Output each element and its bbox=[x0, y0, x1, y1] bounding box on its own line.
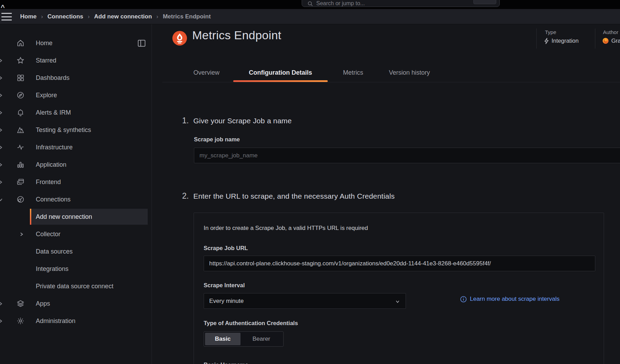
chevron-right-icon bbox=[19, 232, 24, 237]
breadcrumb-bar: Home › Connections › Add new connection … bbox=[0, 9, 620, 24]
main-content: Metrics Endpoint Type Integration Author… bbox=[152, 24, 620, 364]
auth-credentials-panel: In order to create a Scrape Job, a valid… bbox=[194, 213, 604, 364]
page-title: Metrics Endpoint bbox=[192, 28, 281, 42]
dashboards-grid-icon bbox=[16, 74, 25, 82]
sidebar-item-home[interactable]: Home bbox=[0, 34, 152, 52]
tab-overview[interactable]: Overview bbox=[185, 63, 228, 82]
divider bbox=[595, 28, 595, 49]
prometheus-icon bbox=[172, 31, 187, 46]
sidebar-item-application[interactable]: Application bbox=[0, 156, 152, 173]
breadcrumb-home[interactable]: Home bbox=[20, 13, 36, 20]
rings-icon bbox=[16, 195, 25, 204]
selected-item-highlight: Add new connection bbox=[30, 209, 148, 225]
breadcrumb-separator: › bbox=[36, 14, 47, 20]
tab-metrics[interactable]: Metrics bbox=[332, 63, 375, 82]
author-label: Author bbox=[603, 29, 618, 35]
breadcrumb-current-page: Metrics Endpoint bbox=[163, 13, 211, 20]
sidebar-item-data-sources[interactable]: Data sources bbox=[0, 243, 152, 260]
sidebar-item-connections[interactable]: Connections bbox=[0, 191, 152, 208]
sidebar-item-infrastructure[interactable]: Infrastructure bbox=[0, 139, 152, 156]
type-label: Type bbox=[545, 29, 556, 35]
star-icon bbox=[16, 56, 25, 65]
tab-version-history[interactable]: Version history bbox=[378, 63, 441, 82]
selected-accent-bar bbox=[30, 209, 31, 225]
https-required-info: In order to create a Scrape Job, a valid… bbox=[204, 225, 368, 232]
scrape-job-url-input[interactable] bbox=[204, 256, 595, 271]
compass-icon bbox=[16, 91, 25, 99]
sidebar-item-collector[interactable]: Collector bbox=[0, 225, 152, 243]
divider bbox=[536, 28, 537, 49]
breadcrumb-separator: › bbox=[83, 14, 94, 20]
caret-glyph: ^ bbox=[1, 3, 5, 11]
chevron-right-icon bbox=[0, 110, 3, 115]
section1-heading: 1. Give your Scrape Job a name bbox=[182, 116, 292, 125]
grafana-app: ^ Search or jump to... Home › Connection… bbox=[0, 0, 620, 364]
chevron-down-icon bbox=[395, 299, 400, 304]
chevron-right-icon bbox=[0, 58, 3, 63]
menu-icon[interactable] bbox=[1, 13, 12, 20]
scrape-interval-select[interactable]: Every minute bbox=[204, 293, 406, 309]
bar-chart-icon bbox=[16, 160, 25, 169]
sidebar-item-frontend[interactable]: Frontend bbox=[0, 173, 152, 191]
scrape-job-name-label: Scrape job name bbox=[194, 136, 240, 143]
chevron-right-icon bbox=[0, 163, 3, 167]
search-icon bbox=[308, 1, 313, 6]
type-value: Integration bbox=[552, 38, 579, 44]
sidebar-item-starred[interactable]: Starred bbox=[0, 52, 152, 69]
layers-icon bbox=[16, 299, 25, 308]
breadcrumb: Home › Connections › Add new connection … bbox=[20, 13, 211, 20]
home-icon bbox=[16, 39, 25, 47]
browser-windows-icon bbox=[16, 178, 25, 186]
pulse-icon bbox=[16, 143, 25, 151]
basic-username-label: Basic Username bbox=[204, 362, 248, 364]
breadcrumb-connections[interactable]: Connections bbox=[48, 13, 83, 20]
scrape-interval-label: Scrape Interval bbox=[204, 282, 245, 289]
sidebar-item-private-data-source-connect[interactable]: Private data source connect bbox=[0, 278, 152, 295]
breadcrumb-add-new-connection[interactable]: Add new connection bbox=[94, 13, 152, 20]
scrape-intervals-link[interactable]: Learn more about scrape intervals bbox=[460, 296, 560, 303]
tabs-divider bbox=[162, 82, 620, 82]
mountain-icon: k6 bbox=[16, 126, 25, 134]
chevron-down-icon bbox=[0, 197, 3, 202]
bolt-icon bbox=[544, 38, 549, 44]
chevron-right-icon bbox=[0, 180, 3, 184]
tab-configuration-details[interactable]: Configuration Details bbox=[237, 63, 324, 82]
chevron-right-icon bbox=[0, 145, 3, 150]
sidebar-item-administration[interactable]: Administration bbox=[0, 312, 152, 330]
sidebar-item-dashboards[interactable]: Dashboards bbox=[0, 69, 152, 86]
search-placeholder: Search or jump to... bbox=[316, 0, 365, 7]
auth-option-bearer[interactable]: Bearer bbox=[240, 333, 282, 345]
auth-option-basic[interactable]: Basic bbox=[205, 333, 240, 345]
chevron-right-icon bbox=[0, 76, 3, 80]
chevron-right-icon bbox=[0, 128, 3, 132]
sidebar-item-alerts-irm[interactable]: Alerts & IRM bbox=[0, 104, 152, 121]
sidebar-item-apps[interactable]: Apps bbox=[0, 295, 152, 312]
keyboard-shortcut-badge bbox=[473, 0, 496, 4]
grafana-logo-icon bbox=[602, 38, 609, 44]
section2-heading: 2. Enter the URL to scrape, and the nece… bbox=[182, 191, 395, 201]
top-bar: ^ Search or jump to... bbox=[0, 0, 620, 9]
bell-icon bbox=[16, 108, 25, 117]
sidebar-item-integrations[interactable]: Integrations bbox=[0, 260, 152, 278]
info-icon bbox=[460, 296, 467, 303]
search-input[interactable]: Search or jump to... bbox=[302, 0, 500, 7]
scrape-job-url-label: Scrape Job URL bbox=[204, 245, 248, 251]
sidebar-item-explore[interactable]: Explore bbox=[0, 86, 152, 104]
auth-type-segmented-control: Basic Bearer bbox=[204, 331, 284, 347]
chevron-right-icon bbox=[0, 301, 3, 306]
sidebar-nav: Home Starred Dashboards bbox=[0, 24, 152, 364]
chevron-right-icon bbox=[0, 319, 3, 323]
auth-type-label: Type of Authentication Credentials bbox=[204, 320, 298, 326]
scrape-job-name-input[interactable] bbox=[194, 148, 620, 163]
sidebar-item-testing-synthetics[interactable]: k6 Testing & synthetics bbox=[0, 121, 152, 139]
author-value: Grafana bbox=[611, 38, 620, 44]
chevron-right-icon bbox=[0, 93, 3, 98]
gear-icon bbox=[16, 317, 25, 325]
breadcrumb-separator: › bbox=[152, 14, 163, 20]
svg-text:k6: k6 bbox=[19, 131, 22, 133]
sidebar-item-add-new-connection[interactable]: Add new connection bbox=[0, 208, 152, 225]
